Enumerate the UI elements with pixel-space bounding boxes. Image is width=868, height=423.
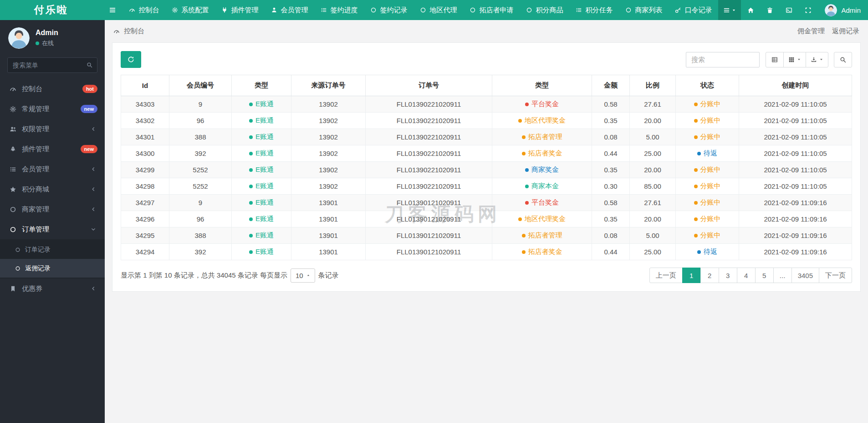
columns-button[interactable] <box>783 52 806 67</box>
topnav-item[interactable]: 系统配置 <box>165 0 215 20</box>
online-label: 在线 <box>42 39 54 47</box>
cell-order-no: FLL01390121020911 <box>366 244 492 260</box>
table-row[interactable]: 3429696E账通13901FLL01390121020911地区代理奖金0.… <box>121 211 852 227</box>
table-search-input[interactable] <box>686 52 760 67</box>
sidebar-item-2[interactable]: 权限管理 <box>0 119 105 139</box>
cell-member-no: 392 <box>169 244 232 260</box>
cell-amount: 0.58 <box>592 96 630 113</box>
search-button[interactable] <box>834 52 852 67</box>
submenu: 订单记录返佣记录 <box>0 239 105 279</box>
cell-created-at: 2021-02-09 11:09:16 <box>739 244 852 260</box>
gear-icon <box>9 106 17 113</box>
topnav-item-label: 签约进度 <box>330 6 357 15</box>
sidebar-item-8[interactable]: 优惠券 <box>0 279 105 299</box>
dot-icon <box>525 201 529 205</box>
table-row[interactable]: 342995252E账通13902FLL01390221020911商家奖金0.… <box>121 162 852 178</box>
sidebar-toggle-button[interactable] <box>102 0 123 20</box>
page-size-select[interactable]: 10 <box>291 268 315 283</box>
page-button[interactable]: 1 <box>682 268 701 283</box>
column-header[interactable]: 会员编号 <box>169 75 232 96</box>
cell-account-type: E账通 <box>232 211 291 227</box>
page-button[interactable]: 4 <box>737 268 756 283</box>
topnav-item[interactable]: 口令记录 <box>669 0 718 20</box>
topnav-item[interactable]: 积分任务 <box>569 0 619 20</box>
table-row[interactable]: 342979E账通13901FLL01390121020911平台奖金0.582… <box>121 195 852 211</box>
column-header[interactable]: 金额 <box>592 75 630 96</box>
sidebar-item-4[interactable]: 会员管理 <box>0 159 105 179</box>
cell-amount: 0.58 <box>592 195 630 211</box>
sidebar-item-3[interactable]: 插件管理new <box>0 139 105 159</box>
brand-logo[interactable]: 付乐啦 <box>0 0 102 20</box>
page-button[interactable]: 3405 <box>791 268 819 283</box>
status-badge: E账通 <box>249 248 274 256</box>
page-button[interactable]: 2 <box>700 268 719 283</box>
page-button[interactable]: 5 <box>755 268 774 283</box>
next-page-button[interactable]: 下一页 <box>819 268 852 283</box>
table-row[interactable]: 3430296E账通13902FLL01390221020911地区代理奖金0.… <box>121 113 852 129</box>
chevron-left-icon <box>89 166 97 172</box>
toggle-view-button[interactable] <box>766 52 784 67</box>
dot-icon <box>522 152 526 155</box>
list-icon <box>9 166 17 173</box>
menu-style-dropdown[interactable] <box>718 0 741 20</box>
sidebar-item-7[interactable]: 订单管理 <box>0 219 105 239</box>
topnav-item[interactable]: 拓店者申请 <box>463 0 520 20</box>
column-header[interactable]: 类型 <box>492 75 592 96</box>
cell-created-at: 2021-02-09 11:09:16 <box>739 195 852 211</box>
column-header[interactable]: 比例 <box>630 75 676 96</box>
sidebar-subitem-0[interactable]: 订单记录 <box>0 240 105 259</box>
ellipsis-button[interactable]: ... <box>773 268 792 283</box>
export-button[interactable] <box>806 52 828 67</box>
topnav-item[interactable]: 签约记录 <box>364 0 414 20</box>
dot-icon <box>249 217 253 221</box>
cell-amount: 0.35 <box>592 211 630 227</box>
cell-account-type: E账通 <box>232 96 291 113</box>
cell-status: 待返 <box>676 244 739 260</box>
topnav-item[interactable]: 控制台 <box>123 0 165 20</box>
sidebar-item-1[interactable]: 常规管理new <box>0 99 105 119</box>
topnav-item[interactable]: 积分商品 <box>520 0 569 20</box>
breadcrumb-item-console[interactable]: 控制台 <box>124 27 144 36</box>
clear-cache-button[interactable] <box>760 0 779 20</box>
dot-icon <box>249 119 253 123</box>
sidebar-subitem-1[interactable]: 返佣记录 <box>0 259 105 278</box>
sidebar-item-5[interactable]: 积分商城 <box>0 179 105 199</box>
table-row[interactable]: 34295388E账通13901FLL01390121020911拓店者管理0.… <box>121 227 852 244</box>
chevron-left-icon <box>89 286 97 291</box>
refresh-button[interactable] <box>121 51 141 68</box>
user-menu[interactable]: Admin <box>817 0 868 20</box>
avatar[interactable] <box>8 27 30 49</box>
column-header[interactable]: Id <box>121 75 169 96</box>
topnav-item[interactable]: 签约进度 <box>314 0 364 20</box>
column-header[interactable]: 来源订单号 <box>291 75 366 96</box>
bars-icon <box>723 7 730 14</box>
prev-page-button[interactable]: 上一页 <box>649 268 683 283</box>
sidebar-item-0[interactable]: 控制台hot <box>0 79 105 99</box>
column-header[interactable]: 创建时间 <box>739 75 852 96</box>
table-row[interactable]: 34300392E账通13902FLL01390221020911拓店者奖金0.… <box>121 145 852 162</box>
topnav-item[interactable]: 商家列表 <box>619 0 669 20</box>
dot-icon <box>249 201 253 205</box>
page-button[interactable]: 3 <box>719 268 737 283</box>
table-row[interactable]: 343039E账通13902FLL01390221020911平台奖金0.582… <box>121 96 852 113</box>
records-table: Id会员编号类型来源订单号订单号类型金额比例状态创建时间 343039E账通13… <box>121 75 852 260</box>
terminal-button[interactable] <box>779 0 798 20</box>
home-button[interactable] <box>741 0 760 20</box>
fullscreen-button[interactable] <box>798 0 817 20</box>
topnav-item[interactable]: 会员管理 <box>265 0 314 20</box>
table-row[interactable]: 34301388E账通13902FLL01390221020911拓店者管理0.… <box>121 129 852 145</box>
cell-source-order-no: 13902 <box>291 162 366 178</box>
cell-bonus-type: 商家本金 <box>492 178 592 195</box>
topnav-item[interactable]: 地区代理 <box>414 0 463 20</box>
cell-ratio: 20.00 <box>630 113 676 129</box>
table-row[interactable]: 34294392E账通13901FLL01390121020911拓店者奖金0.… <box>121 244 852 260</box>
sidebar-item-6[interactable]: 商家管理 <box>0 199 105 219</box>
caret-down-icon <box>819 57 823 62</box>
menu-search-input[interactable] <box>7 57 97 73</box>
column-header[interactable]: 类型 <box>232 75 291 96</box>
column-header[interactable]: 状态 <box>676 75 739 96</box>
column-header[interactable]: 订单号 <box>366 75 492 96</box>
table-row[interactable]: 342985252E账通13902FLL01390221020911商家本金0.… <box>121 178 852 195</box>
cell-account-type: E账通 <box>232 195 291 211</box>
topnav-item[interactable]: 插件管理 <box>215 0 265 20</box>
